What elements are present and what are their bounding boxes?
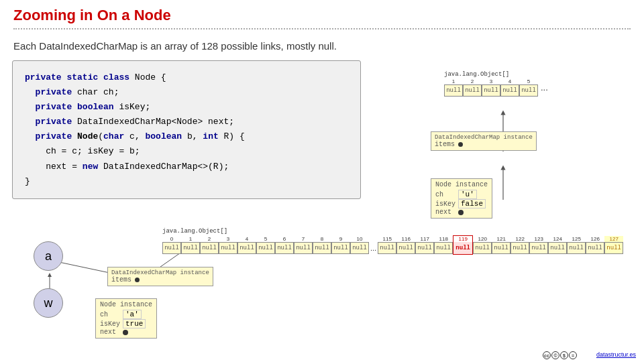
code-line-3: private boolean isKey; <box>25 100 348 115</box>
right-node-instance: Node instance ch 'u' isKey false next <box>431 178 492 219</box>
code-block: private static class Node { private char… <box>12 60 361 199</box>
page-title: Zooming in On a Node <box>13 7 631 24</box>
code-line-2: private char ch; <box>25 85 348 100</box>
cc-circle-4: = <box>569 351 577 359</box>
divider <box>13 28 631 29</box>
subtitle: Each DataIndexedCharMap is an array of 1… <box>13 40 631 52</box>
code-line-7: next = new DataIndexedCharMap<>(R); <box>25 160 348 174</box>
bottom-next-dot <box>123 330 128 335</box>
cc-license-icon: cc © $ = <box>543 351 577 359</box>
bottom-dicm-box: DataIndexedCharMap instance items <box>107 267 213 286</box>
right-array-container: 1 null 2 null 3 null 4 null 5 null ... <box>444 78 551 97</box>
circle-node-w: w <box>34 288 63 318</box>
footer-url[interactable]: datastructur.es <box>596 351 636 358</box>
bottom-array-top: java.lang.Object[] 0null 1null 2null 3nu… <box>162 228 623 255</box>
right-object-array-label: java.lang.Object[] 1 null 2 null 3 null … <box>444 71 551 97</box>
code-line-1: private static class Node { <box>25 70 348 85</box>
diagram-bottom: a w java.lang.Object[] 0null 1null 2null… <box>8 228 639 349</box>
right-next-dot <box>458 210 464 215</box>
bottom-array-cells: 0null 1null 2null 3null 4null 5null 6nul… <box>162 235 623 255</box>
header: Zooming in On a Node <box>0 0 644 36</box>
code-line-8: } <box>25 174 348 189</box>
bottom-items-dot <box>135 278 140 282</box>
diagram-right: java.lang.Object[] 1 null 2 null 3 null … <box>424 59 632 240</box>
code-line-6: ch = c; isKey = b; <box>25 144 348 159</box>
cc-circle-2: © <box>551 351 559 359</box>
footer-link[interactable]: datastructur.es <box>596 351 636 358</box>
circle-node-a: a <box>34 241 63 271</box>
bottom-node-instance: Node instance ch 'a' isKey true next <box>95 298 157 339</box>
right-dicm-box: DataIndexedCharMap instance items <box>431 131 537 151</box>
code-line-4: private DataIndexedCharMap<Node> next; <box>25 115 348 129</box>
cc-circle-3: $ <box>560 351 568 359</box>
cc-circle-1: cc <box>543 351 551 359</box>
right-items-dot <box>458 142 463 147</box>
code-line-5: private Node(char c, boolean b, int R) { <box>25 129 348 144</box>
